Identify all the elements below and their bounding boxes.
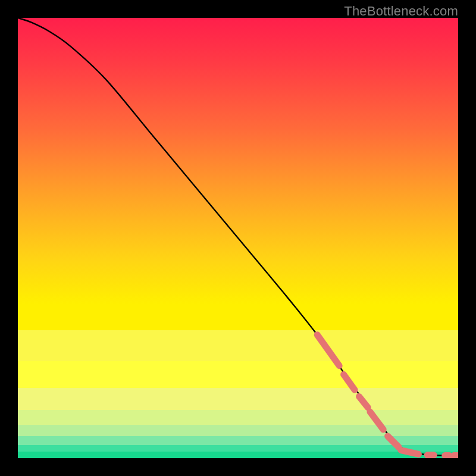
svg-line-1 [344,374,355,390]
svg-line-3 [370,412,383,430]
svg-line-2 [359,396,368,408]
svg-line-5 [401,450,419,455]
curve-line [18,18,458,456]
chart-svg [18,18,458,458]
svg-line-4 [388,436,399,447]
plot-area [18,18,458,458]
highlight-dots [317,335,458,456]
watermark-text: TheBottleneck.com [344,4,458,19]
svg-line-0 [317,335,339,366]
chart-stage: TheBottleneck.com [0,0,476,476]
